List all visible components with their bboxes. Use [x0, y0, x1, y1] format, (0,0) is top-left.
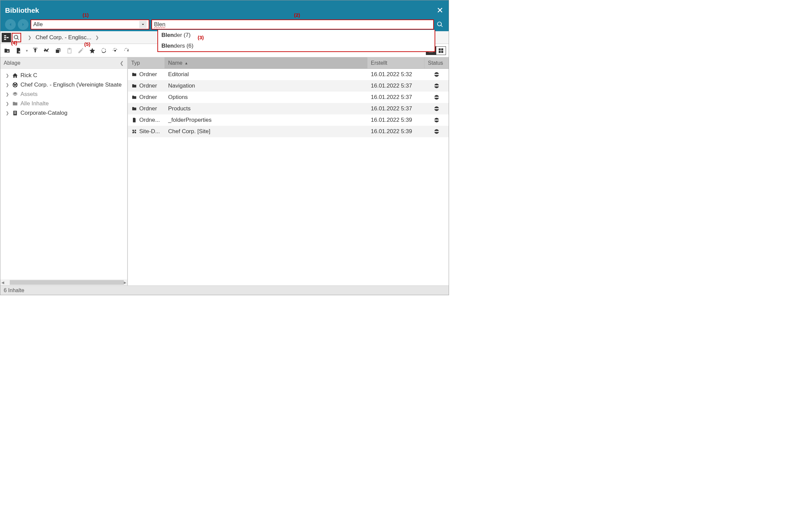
refresh-settings-button[interactable]	[111, 46, 119, 55]
home-icon	[12, 72, 18, 79]
cell-status	[425, 117, 449, 123]
status-icon	[433, 83, 440, 89]
nav-back-button[interactable]	[5, 19, 16, 30]
sidepanel: Ablage ❮ ❯ Rick C❯ Chef Corp. - Englisch…	[0, 57, 128, 285]
tree: ❯ Rick C❯ Chef Corp. - Englisch (Vereini…	[0, 69, 127, 280]
table-header: Typ Name▲ Erstellt Status	[128, 57, 449, 69]
horizontal-scrollbar[interactable]: ◀ ▶	[0, 280, 127, 285]
cell-typ: Site-D...	[128, 128, 165, 135]
cell-erstellt: 16.01.2022 5:39	[368, 128, 425, 135]
expand-icon[interactable]: ❯	[6, 92, 10, 97]
tree-item[interactable]: ❯ Chef Corp. - Englisch (Vereinigte Staa…	[0, 80, 127, 90]
breadcrumb-item[interactable]: Chef Corp. - Englisc...	[34, 34, 93, 41]
table-row[interactable]: Ordne... _folderProperties 16.01.2022 5:…	[128, 114, 449, 126]
tree-item-label: Chef Corp. - Englisch (Vereinigte Staate	[20, 81, 122, 88]
search-button[interactable]	[436, 20, 444, 28]
main-content: Typ Name▲ Erstellt Status Ordner Editori…	[128, 57, 449, 285]
cell-erstellt: 16.01.2022 5:37	[368, 82, 425, 89]
tree-item-label: Corporate-Catalog	[20, 110, 68, 116]
search-input[interactable]: Blen	[151, 19, 434, 30]
expand-icon[interactable]: ❯	[6, 111, 10, 115]
annotation-1: (1)	[82, 12, 89, 18]
cell-typ: Ordner	[128, 71, 165, 78]
edit-button[interactable]	[77, 46, 85, 55]
status-icon	[433, 106, 440, 112]
sidepanel-collapse-button[interactable]: ❮	[120, 60, 124, 66]
cell-name: Options	[165, 94, 368, 101]
folder-icon	[131, 106, 137, 112]
column-header-erstellt[interactable]: Erstellt	[368, 57, 425, 69]
table-row[interactable]: Ordner Navigation 16.01.2022 5:37	[128, 80, 449, 92]
cell-name: Chef Corp. [Site]	[165, 128, 368, 135]
annotation-4: (4)	[11, 40, 17, 45]
folder-icon	[131, 72, 137, 77]
annotation-2: (2)	[294, 12, 300, 18]
page-icon	[131, 117, 137, 123]
cell-erstellt: 16.01.2022 5:37	[368, 105, 425, 112]
status-icon	[433, 117, 440, 123]
close-button[interactable]: ✕	[436, 6, 444, 15]
cell-status	[425, 106, 449, 112]
chevron-down-icon	[139, 21, 147, 28]
site-icon	[131, 129, 137, 134]
nav-forward-button[interactable]	[18, 19, 29, 30]
cell-status	[425, 72, 449, 77]
new-folder-button[interactable]	[3, 46, 11, 55]
tree-mode-button[interactable]	[2, 33, 11, 42]
status-icon	[433, 129, 440, 134]
tree-item-label: Assets	[20, 91, 38, 98]
cell-name: _folderProperties	[165, 117, 368, 124]
globe-icon	[12, 81, 18, 88]
cell-name: Editorial	[165, 71, 368, 78]
cell-erstellt: 16.01.2022 5:32	[368, 71, 425, 78]
cell-erstellt: 16.01.2022 5:39	[368, 117, 425, 124]
cell-status	[425, 83, 449, 89]
column-header-typ[interactable]: Typ	[128, 57, 165, 69]
tree-item[interactable]: ❯ Assets	[0, 90, 127, 99]
table-row[interactable]: Ordner Editorial 16.01.2022 5:32	[128, 69, 449, 80]
search-text: Blen	[154, 21, 165, 28]
bookmark-button[interactable]	[88, 46, 96, 55]
cell-status	[425, 94, 449, 100]
paste-button[interactable]	[66, 46, 74, 55]
annotation-5: (5)	[84, 41, 90, 47]
cell-status	[425, 129, 449, 134]
tree-item-label: Rick C	[20, 72, 37, 79]
suggestion-item[interactable]: Blenders (6)	[158, 41, 435, 51]
refresh-button[interactable]	[100, 46, 108, 55]
expand-icon[interactable]: ❯	[6, 101, 10, 106]
breadcrumb-chevron-icon[interactable]: ❯	[93, 35, 102, 40]
table-row[interactable]: Site-D... Chef Corp. [Site] 16.01.2022 5…	[128, 126, 449, 137]
tree-item[interactable]: ❯ Corporate-Catalog	[0, 108, 127, 118]
cell-name: Products	[165, 105, 368, 112]
cell-typ: Ordner	[128, 94, 165, 101]
annotation-3: (3)	[198, 35, 204, 40]
sort-asc-icon: ▲	[185, 61, 188, 65]
cut-button[interactable]	[43, 46, 51, 55]
refresh-cancel-button[interactable]	[123, 46, 131, 55]
tree-item[interactable]: ❯ Alle Inhalte	[0, 99, 127, 108]
copy-button[interactable]	[54, 46, 62, 55]
cell-typ: Ordne...	[128, 117, 165, 124]
cell-name: Navigation	[165, 82, 368, 89]
table-row[interactable]: Ordner Options 16.01.2022 5:37	[128, 92, 449, 103]
sidepanel-header: Ablage ❮	[0, 57, 127, 69]
publish-button[interactable]	[31, 46, 39, 55]
grid-view-button[interactable]	[436, 46, 446, 55]
column-header-status[interactable]: Status	[425, 57, 449, 69]
expand-icon[interactable]: ❯	[6, 73, 10, 78]
breadcrumb-chevron-icon[interactable]: ❯	[25, 35, 34, 40]
folder-icon	[12, 100, 18, 107]
expand-icon[interactable]: ❯	[6, 82, 10, 87]
folder-icon	[131, 94, 137, 100]
status-icon	[433, 72, 440, 77]
toolbar-separator-chevron[interactable]: ▾	[26, 48, 28, 53]
column-header-name[interactable]: Name▲	[165, 57, 368, 69]
search-suggestions-dropdown: Blender (7) (3) Blenders (6)	[158, 30, 435, 52]
window-title: Bibliothek	[5, 6, 39, 15]
new-page-button[interactable]	[15, 46, 22, 55]
filter-dropdown[interactable]: Alle	[31, 19, 149, 30]
table-row[interactable]: Ordner Products 16.01.2022 5:37	[128, 103, 449, 114]
statusbar-text: 6 Inhalte	[4, 287, 24, 293]
tree-item[interactable]: ❯ Rick C	[0, 71, 127, 80]
